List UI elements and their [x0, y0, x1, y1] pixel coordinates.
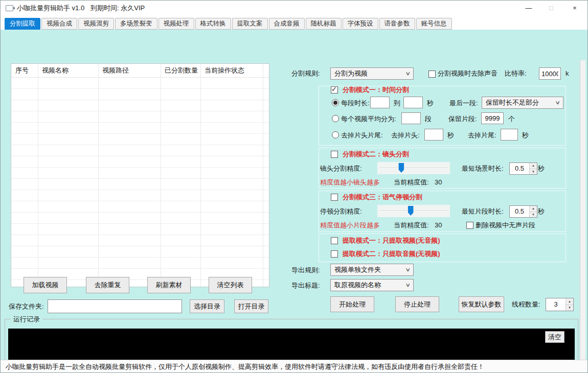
pause-precision-label: 停顿分割精度:: [320, 207, 362, 216]
export-rule-select[interactable]: 视频单独文件夹 ∨: [330, 264, 414, 276]
column-header-index[interactable]: 序号: [11, 66, 38, 75]
export-title-select[interactable]: 取原视频的名称 ∨: [330, 279, 414, 291]
remove-silent-checkbox[interactable]: [466, 222, 473, 229]
min-clip-spinner[interactable]: 0.5 ▲ ▼: [509, 205, 537, 218]
refresh-material-button[interactable]: 刷新素材: [147, 277, 191, 293]
column-header-status[interactable]: 当前操作状态: [200, 66, 263, 75]
tab-format-convert[interactable]: 格式转换: [195, 18, 231, 30]
tab-font-preset[interactable]: 字体预设: [343, 18, 378, 30]
tab-random-title[interactable]: 随机标题: [306, 18, 342, 30]
thread-count-spinner[interactable]: 3 ▲ ▼: [546, 298, 574, 311]
mode2-checkbox[interactable]: [331, 151, 338, 158]
main-panel: 序号 视频名称 视频路径 已分割数量 当前操作状态 加载视频 去除重复 刷新素材…: [1, 30, 587, 360]
segment-to-input[interactable]: [403, 97, 423, 108]
pause-precision-hint: 精度值越小片段越多: [320, 221, 380, 229]
thread-count-label: 线程数量:: [512, 300, 540, 309]
bitrate-unit-label: k: [566, 69, 569, 78]
shot-precision-slider[interactable]: [377, 162, 450, 174]
spin-up-icon[interactable]: ▲: [530, 163, 537, 169]
thread-count-value[interactable]: 3: [546, 298, 566, 311]
spin-down-icon[interactable]: ▼: [566, 305, 573, 311]
trim-head-tail-radio[interactable]: [332, 131, 339, 138]
trim-tail-input[interactable]: [501, 129, 518, 141]
select-directory-button[interactable]: 选择目录: [190, 299, 224, 313]
spin-up-icon[interactable]: ▲: [566, 298, 573, 305]
tab-compose-audio[interactable]: 合成音频: [269, 18, 305, 30]
close-button[interactable]: ×: [563, 1, 586, 16]
mode3-title[interactable]: 分割模式三：语气停顿分割: [343, 193, 422, 201]
start-processing-button[interactable]: 开始处理: [330, 296, 374, 312]
tab-account-info[interactable]: 账号信息: [416, 18, 452, 30]
keep-segments-input[interactable]: [481, 112, 504, 124]
video-table-header: 序号 视频名称 视频路径 已分割数量 当前操作状态: [11, 64, 269, 78]
stop-processing-button[interactable]: 停止处理: [395, 296, 439, 312]
column-header-name[interactable]: 视频名称: [38, 66, 98, 75]
slider-thumb[interactable]: [408, 206, 414, 216]
extract-audio-only-checkbox[interactable]: [331, 250, 338, 258]
video-table[interactable]: 序号 视频名称 视频路径 已分割数量 当前操作状态: [11, 63, 269, 287]
split-rule-select[interactable]: 分割为视频 ∨: [330, 67, 414, 80]
pause-precision-slider[interactable]: [377, 205, 450, 217]
average-split-label[interactable]: 每个视频平均分为:: [341, 115, 396, 123]
clear-log-button[interactable]: 清空: [545, 331, 564, 343]
last-segment-select[interactable]: 保留时长不足部分 ∨: [482, 97, 563, 109]
tab-video-mix[interactable]: 视频混剪: [78, 18, 114, 30]
min-scene-value[interactable]: 0.5: [510, 163, 529, 174]
maximize-button[interactable]: □: [540, 1, 562, 16]
trim-head-tail-label[interactable]: 去掉片头片尾:: [341, 131, 383, 139]
seconds-label: 秒: [522, 131, 529, 139]
shot-current-precision-value: 30: [435, 178, 442, 186]
split-rule-value: 分割为视频: [334, 69, 368, 77]
last-segment-label: 最后一段:: [449, 99, 478, 107]
remove-silent-label[interactable]: 删除视频中无声片段: [476, 221, 535, 229]
segment-unit-label: 段: [425, 115, 432, 123]
tab-split-extract[interactable]: 分割提取: [5, 18, 40, 30]
tab-voice-params[interactable]: 语音参数: [379, 18, 415, 30]
tab-video-compose[interactable]: 视频合成: [41, 18, 77, 30]
segment-from-input[interactable]: [370, 97, 390, 108]
tab-multi-scene[interactable]: 多场景裂变: [115, 18, 157, 30]
spin-up-icon[interactable]: ▲: [530, 206, 537, 212]
save-folder-input[interactable]: [48, 299, 182, 313]
extract-video-only-label[interactable]: 提取模式一：只提取视频(无音频): [343, 237, 440, 245]
slider-thumb[interactable]: [398, 163, 404, 173]
min-clip-value[interactable]: 0.5: [510, 206, 529, 217]
app-window: 小咖批量剪辑助手 v1.0 到期时间: 永久VIP — □ × 分割提取 视频合…: [0, 0, 588, 373]
bitrate-input[interactable]: [539, 67, 561, 80]
trim-head-input[interactable]: [424, 129, 443, 141]
spin-down-icon[interactable]: ▼: [530, 169, 537, 175]
min-scene-label: 最短场景时长:: [462, 165, 504, 173]
mode1-checkbox[interactable]: [331, 86, 338, 94]
status-bar: 小咖批量剪辑助手是一款全自动视频批量剪辑软件，仅用于个人原创视频制作、提高剪辑效…: [1, 360, 587, 373]
min-scene-spinner[interactable]: 0.5 ▲ ▼: [509, 162, 537, 175]
clear-list-button[interactable]: 清空列表: [209, 277, 252, 293]
video-table-body[interactable]: [11, 78, 269, 287]
extract-audio-only-label[interactable]: 提取模式二：只提取音频(无视频): [343, 250, 440, 258]
column-header-path[interactable]: 视频路径: [98, 66, 161, 75]
column-header-count[interactable]: 已分割数量: [161, 66, 200, 75]
tab-video-process[interactable]: 视频处理: [159, 18, 194, 30]
bitrate-label: 比特率:: [505, 69, 527, 78]
open-directory-button[interactable]: 打开目录: [234, 299, 268, 313]
minimize-button[interactable]: —: [517, 1, 540, 16]
run-log-title: 运行记录: [11, 315, 42, 324]
segment-duration-label[interactable]: 每段时长:: [341, 99, 370, 107]
average-split-radio[interactable]: [332, 115, 339, 122]
remove-audio-label[interactable]: 分割视频时去除声音: [438, 69, 497, 78]
load-videos-button[interactable]: 加载视频: [24, 277, 67, 293]
shot-precision-label: 镜头分割精度:: [320, 165, 362, 173]
tab-extract-text[interactable]: 提取文案: [232, 18, 268, 30]
extract-video-only-checkbox[interactable]: [331, 237, 338, 244]
spin-down-icon[interactable]: ▼: [530, 212, 537, 218]
mode3-checkbox[interactable]: [331, 194, 338, 201]
average-count-input[interactable]: [401, 112, 421, 124]
mode2-title[interactable]: 分割模式二：镜头分割: [343, 150, 409, 158]
seconds-label: 秒: [538, 207, 545, 216]
remove-audio-checkbox[interactable]: [428, 71, 436, 78]
vertical-scrollbar[interactable]: [580, 60, 585, 373]
remove-duplicates-button[interactable]: 去除重复: [86, 277, 129, 293]
mode1-title[interactable]: 分割模式一：时间分割: [343, 86, 409, 94]
pause-current-precision-value: 30: [435, 221, 442, 229]
reset-defaults-button[interactable]: 恢复默认参数: [459, 296, 504, 312]
segment-duration-radio[interactable]: [332, 99, 339, 106]
